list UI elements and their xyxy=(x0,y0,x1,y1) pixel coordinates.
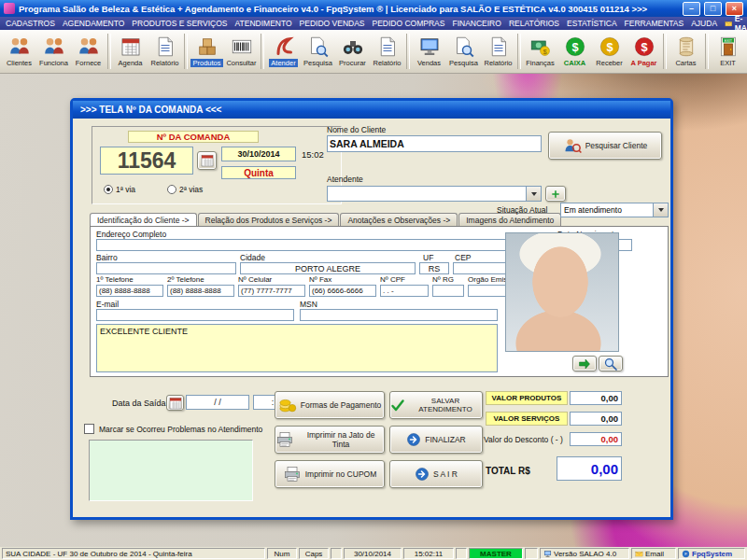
total-field: 0,00 xyxy=(557,456,622,481)
add-atendente-button[interactable] xyxy=(545,186,566,202)
toolbar-label: Funciona xyxy=(39,59,68,67)
finalizar-button[interactable]: FINALIZAR xyxy=(389,426,483,454)
load-photo-button[interactable] xyxy=(572,356,597,371)
via2-radio[interactable]: 2ª vias xyxy=(167,185,203,194)
toolbar-button-pesquisa-atendimento[interactable]: Pesquisa xyxy=(301,32,335,72)
formas-pagamento-button[interactable]: Formas de Pagamento xyxy=(275,391,385,419)
chevron-down-icon[interactable] xyxy=(653,203,668,217)
menu-item-produtos-servicos[interactable]: PRODUTOS E SERVIÇOS xyxy=(132,19,227,28)
menu-item-ferramentas[interactable]: FERRAMENTAS xyxy=(625,19,684,28)
client-photo xyxy=(505,232,619,352)
menu-item-estatistica[interactable]: ESTATÍSTICA xyxy=(567,19,617,28)
toolbar-button-fornecedores[interactable]: Fornece xyxy=(71,32,106,72)
chevron-down-icon[interactable] xyxy=(526,187,541,201)
maximize-button[interactable]: □ xyxy=(704,2,722,16)
toolbar-separator xyxy=(705,34,709,69)
menu-item-cadastros[interactable]: CADASTROS xyxy=(6,19,55,28)
cpf-field[interactable]: . . - xyxy=(380,285,429,297)
desconto-field[interactable]: 0,00 xyxy=(570,432,622,446)
toolbar-button-agenda[interactable]: Agenda xyxy=(113,32,148,72)
saida-calendar-button[interactable] xyxy=(166,395,184,411)
client-name-field[interactable]: SARA ALMEIDA xyxy=(327,135,542,152)
letters-icon xyxy=(675,35,698,58)
email-label: E-mail xyxy=(96,300,119,309)
toolbar-button-relatorio-atendimento[interactable]: Relatório xyxy=(370,32,404,72)
imprimir-cupom-button[interactable]: Imprimir no CUPOM xyxy=(275,460,385,488)
zoom-photo-button[interactable] xyxy=(599,356,623,371)
comanda-number-field[interactable]: 11564 xyxy=(100,147,193,175)
comanda-date-field[interactable]: 30/10/2014 xyxy=(221,147,296,161)
email-field[interactable] xyxy=(96,309,294,321)
toolbar-button-financas[interactable]: Finanças xyxy=(523,32,557,72)
fax-field[interactable]: (66) 6666-6666 xyxy=(309,285,376,297)
observacao-field[interactable]: EXCELENTE CLIENTE xyxy=(96,324,498,372)
endereco-field[interactable] xyxy=(96,239,550,251)
status-num-lock: Num xyxy=(267,548,297,559)
comanda-panel: Nº DA COMANDA 11564 30/10/2014 15:02 Qui… xyxy=(92,126,342,204)
toolbar-label: Agenda xyxy=(119,59,143,67)
menu-item-pedido-compras[interactable]: PEDIDO COMPRAS xyxy=(373,19,445,28)
toolbar-label: Procurar xyxy=(339,59,366,67)
tel1-field[interactable]: (88) 8888-8888 xyxy=(96,285,163,297)
saida-date-field[interactable]: / / xyxy=(186,395,249,410)
check-icon xyxy=(390,398,405,413)
dialog-title-bar[interactable]: >>> TELA Nº DA COMANDA <<< xyxy=(73,101,670,119)
report-icon xyxy=(376,35,399,58)
rg-field[interactable] xyxy=(432,285,464,297)
valor-produtos-field: 0,00 xyxy=(570,391,622,405)
menu-item-atendimento[interactable]: ATENDIMENTO xyxy=(235,19,292,28)
comanda-calendar-button[interactable] xyxy=(197,151,217,170)
sair-button[interactable]: S A I R xyxy=(389,460,483,488)
problema-notes-field[interactable] xyxy=(89,440,253,501)
search-client-button[interactable]: Pesquisar Cliente xyxy=(548,132,662,160)
via2-label: 2ª vias xyxy=(179,185,203,194)
toolbar-button-a-pagar[interactable]: A Pagar xyxy=(627,32,661,72)
via1-radio[interactable]: 1ª via xyxy=(104,185,135,194)
problema-checkbox[interactable] xyxy=(84,424,94,434)
tel2-field[interactable]: (88) 8888-8888 xyxy=(167,285,234,297)
toolbar-button-procurar[interactable]: Procurar xyxy=(335,32,370,72)
application-window: Programa Salão de Beleza & Estética + Ag… xyxy=(0,0,747,560)
minimize-button[interactable]: – xyxy=(683,2,700,16)
msn-field[interactable] xyxy=(300,309,498,321)
toolbar-button-relatorio-vendas[interactable]: Relatório xyxy=(481,32,515,72)
tab-produtos-servicos[interactable]: Relação dos Produtos e Serviços -> xyxy=(198,213,340,226)
imprimir-jato-button[interactable]: Imprimir na Jato de Tinta xyxy=(275,426,385,454)
salvar-atendimento-button[interactable]: SALVAR ATENDIMENTO xyxy=(389,391,483,419)
menu-item-pedido-vendas[interactable]: PEDIDO VENDAS xyxy=(300,19,365,28)
cidade-field[interactable]: PORTO ALEGRE xyxy=(240,262,416,274)
bairro-field[interactable] xyxy=(96,262,236,274)
menu-item-ajuda[interactable]: AJUDA xyxy=(691,19,717,28)
uf-field[interactable]: RS xyxy=(419,262,449,274)
toolbar-button-cartas[interactable]: Cartas xyxy=(669,32,703,72)
attend-icon xyxy=(273,35,295,58)
atendente-dropdown[interactable] xyxy=(327,186,542,202)
toolbar-button-funcionarios[interactable]: Funciona xyxy=(36,32,71,72)
toolbar-label: A Pagar xyxy=(630,59,656,67)
pay-dollar-icon xyxy=(633,35,655,58)
toolbar-label: Vendas xyxy=(417,59,441,67)
tab-identificacao[interactable]: Identificação do Cliente -> xyxy=(90,213,197,227)
tab-imagens[interactable]: Imagens do Atendimento xyxy=(458,213,561,226)
menu-item-relatorios[interactable]: RELATÓRIOS xyxy=(509,19,559,28)
toolbar-button-atender[interactable]: Atender xyxy=(266,32,301,72)
menu-item-financeiro[interactable]: FINANCEIRO xyxy=(452,19,500,28)
toolbar-button-receber[interactable]: Receber xyxy=(592,32,627,72)
menu-item-agendamento[interactable]: AGENDAMENTO xyxy=(63,19,124,28)
situacao-dropdown[interactable]: Em atendimento xyxy=(560,203,669,217)
toolbar-button-consultar[interactable]: Consultar xyxy=(224,32,259,72)
status-email[interactable]: Email xyxy=(631,548,676,559)
status-spacer xyxy=(331,548,342,559)
client-name-label: Nome do Cliente xyxy=(327,125,386,134)
toolbar-button-relatorio-agenda[interactable]: Relatório xyxy=(148,32,182,72)
toolbar-button-clientes[interactable]: Clientes xyxy=(2,32,36,72)
toolbar-button-pesquisa-vendas[interactable]: Pesquisa xyxy=(446,32,481,72)
celular-field[interactable]: (77) 7777-7777 xyxy=(238,285,305,297)
toolbar-separator xyxy=(184,34,188,69)
toolbar-button-produtos[interactable]: Produtos xyxy=(190,32,224,72)
toolbar-button-exit[interactable]: EXIT xyxy=(711,32,745,72)
toolbar: Clientes Funciona Fornece Agenda Relatór… xyxy=(0,30,747,74)
tab-anotacoes[interactable]: Anotações e Observações -> xyxy=(340,213,458,226)
toolbar-button-vendas[interactable]: Vendas xyxy=(412,32,446,72)
toolbar-button-caixa[interactable]: CAIXA xyxy=(557,32,592,72)
